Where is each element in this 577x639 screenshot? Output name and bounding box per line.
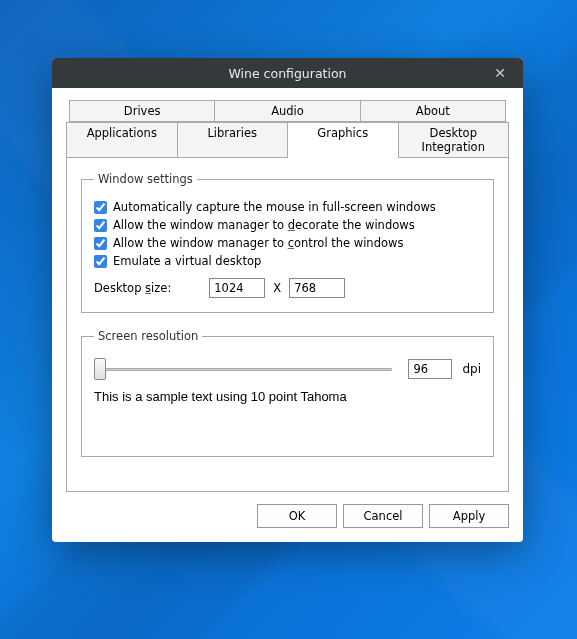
tab-desktop-integration[interactable]: Desktop Integration xyxy=(399,122,510,157)
tab-libraries[interactable]: Libraries xyxy=(178,122,289,157)
dpi-input[interactable] xyxy=(408,359,452,379)
capture-mouse-label: Automatically capture the mouse in full-… xyxy=(113,200,436,214)
slider-groove xyxy=(100,368,392,371)
control-windows-checkbox[interactable] xyxy=(94,237,107,250)
emulate-desktop-label: Emulate a virtual desktop xyxy=(113,254,261,268)
desktop-size-label: Desktop size: xyxy=(94,281,171,295)
control-windows-label: Allow the window manager to control the … xyxy=(113,236,403,250)
graphics-panel: Window settings Automatically capture th… xyxy=(66,157,509,492)
window-title: Wine configuration xyxy=(52,66,523,81)
sample-text: This is a sample text using 10 point Tah… xyxy=(94,389,481,404)
capture-mouse-row[interactable]: Automatically capture the mouse in full-… xyxy=(94,200,481,214)
screen-resolution-legend: Screen resolution xyxy=(94,329,202,343)
desktop-height-input[interactable] xyxy=(289,278,345,298)
close-icon[interactable]: ✕ xyxy=(485,58,515,88)
emulate-desktop-checkbox[interactable] xyxy=(94,255,107,268)
capture-mouse-checkbox[interactable] xyxy=(94,201,107,214)
tab-drives[interactable]: Drives xyxy=(69,100,215,122)
emulate-desktop-row[interactable]: Emulate a virtual desktop xyxy=(94,254,481,268)
desktop-width-input[interactable] xyxy=(209,278,265,298)
tab-audio[interactable]: Audio xyxy=(215,100,360,122)
titlebar[interactable]: Wine configuration ✕ xyxy=(52,58,523,88)
dialog-buttons: OK Cancel Apply xyxy=(66,504,509,528)
decorate-windows-checkbox[interactable] xyxy=(94,219,107,232)
control-windows-row[interactable]: Allow the window manager to control the … xyxy=(94,236,481,250)
apply-button[interactable]: Apply xyxy=(429,504,509,528)
tab-control: Drives Audio About Applications Librarie… xyxy=(66,100,509,157)
window-settings-legend: Window settings xyxy=(94,172,197,186)
dpi-row: dpi xyxy=(94,357,481,381)
dpi-unit-label: dpi xyxy=(462,362,481,376)
cancel-button[interactable]: Cancel xyxy=(343,504,423,528)
tab-about[interactable]: About xyxy=(361,100,506,122)
window-settings-group: Window settings Automatically capture th… xyxy=(81,172,494,313)
tab-graphics[interactable]: Graphics xyxy=(288,122,399,158)
slider-thumb[interactable] xyxy=(94,358,106,380)
ok-button[interactable]: OK xyxy=(257,504,337,528)
screen-resolution-group: Screen resolution dpi This is a sample t… xyxy=(81,329,494,457)
wine-config-window: Wine configuration ✕ Drives Audio About … xyxy=(52,58,523,542)
tab-applications[interactable]: Applications xyxy=(66,122,178,157)
client-area: Drives Audio About Applications Librarie… xyxy=(52,88,523,542)
decorate-windows-row[interactable]: Allow the window manager to decorate the… xyxy=(94,218,481,232)
dpi-slider[interactable] xyxy=(94,357,398,381)
desktop-size-row: Desktop size: X xyxy=(94,278,481,298)
size-separator: X xyxy=(273,281,281,295)
decorate-windows-label: Allow the window manager to decorate the… xyxy=(113,218,415,232)
